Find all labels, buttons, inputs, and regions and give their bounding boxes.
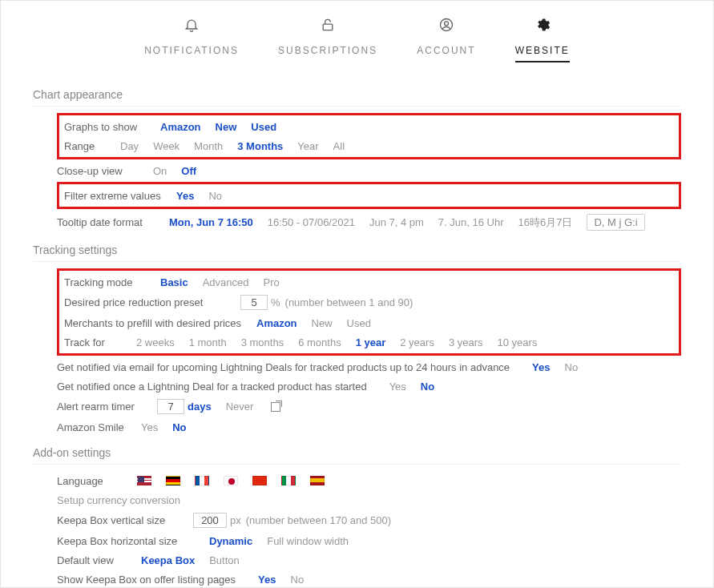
opt-offer-yes[interactable]: Yes [258,574,276,586]
opt-mode-basic[interactable]: Basic [160,276,188,288]
flag-it-icon[interactable] [281,476,296,485]
opt-merch-amazon[interactable]: Amazon [256,317,297,329]
row-tooltip-format: Tooltip date format Mon, Jun 7 16:50 16:… [57,211,681,234]
opt-tf-6m[interactable]: 6 months [298,336,341,348]
divider [33,106,681,107]
opt-tt-2[interactable]: 16:50 - 07/06/2021 [268,216,355,228]
row-smile: Amazon Smile Yes No [57,417,681,437]
label-currency[interactable]: Setup currency conversion [57,494,201,506]
opt-hsize-dynamic[interactable]: Dynamic [209,535,252,547]
flag-fr-icon[interactable] [195,476,209,485]
row-graphs-to-show: Graphs to show Amazon New Used [64,117,674,136]
label-notify-upcoming: Get notified via email for upcoming Ligh… [57,361,510,373]
flag-jp-icon[interactable] [224,476,238,485]
unlock-icon [320,17,336,37]
tab-label: SUBSCRIPTIONS [278,45,377,56]
opt-notify-st-no[interactable]: No [421,381,434,393]
highlight-box-graphs-range: Graphs to show Amazon New Used Range Day… [57,113,681,159]
label-show-offer: Show Keepa Box on offer listing pages [57,574,236,586]
external-link-icon[interactable] [271,402,280,412]
opt-merch-new[interactable]: New [312,317,333,329]
opt-notify-st-yes[interactable]: Yes [389,381,406,393]
opt-tt-4[interactable]: 7. Jun, 16 Uhr [438,216,504,228]
tab-notifications[interactable]: NOTIFICATIONS [144,17,239,62]
opt-mode-pro[interactable]: Pro [264,276,280,288]
section-chart-appearance: Chart appearance [33,88,681,101]
opt-range-day[interactable]: Day [120,140,139,152]
opt-notify-up-no[interactable]: No [565,361,579,373]
opt-tf-1y[interactable]: 1 year [356,336,386,348]
opt-range-month[interactable]: Month [194,140,223,152]
label-closeup: Close-up view [57,165,153,177]
opt-graphs-amazon[interactable]: Amazon [160,121,201,133]
opt-dv-keepabox[interactable]: Keepa Box [141,554,195,566]
label-dpr: Desired price reduction preset [64,296,240,308]
flag-cn-icon[interactable] [252,476,267,485]
bell-icon [184,17,200,37]
opt-tt-custom[interactable]: D, M j G:i [587,214,644,231]
opt-offer-no[interactable]: No [291,574,305,586]
opt-smile-yes[interactable]: Yes [141,421,158,433]
section-tracking-settings: Tracking settings [33,244,681,256]
row-dpr: Desired price reduction preset % (number… [64,292,674,313]
section-addon-settings: Add-on settings [33,446,681,459]
opt-range-all[interactable]: All [333,140,345,152]
label-notify-started: Get notified once a Lightning Deal for a… [57,381,367,393]
row-tracking-mode: Tracking mode Basic Advanced Pro [64,272,674,292]
label-language: Language [57,475,137,487]
tab-website[interactable]: WEBSITE [515,17,570,62]
input-dpr[interactable] [240,295,268,310]
opt-mode-advanced[interactable]: Advanced [203,276,249,288]
label-merchants: Merchants to prefill with desired prices [64,317,256,329]
opt-tf-1m[interactable]: 1 month [189,336,227,348]
flag-de-icon[interactable] [166,476,180,485]
opt-tf-3y[interactable]: 3 years [449,336,483,348]
row-currency[interactable]: Setup currency conversion [57,490,681,509]
label-hsize: Keepa Box horizontal size [57,535,209,547]
input-rearm[interactable] [157,399,184,414]
opt-merch-used[interactable]: Used [347,317,371,329]
row-language: Language [57,471,681,490]
row-vsize: Keepa Box vertical size px (number betwe… [57,509,681,531]
opt-range-week[interactable]: Week [153,140,180,152]
row-show-offer: Show Keepa Box on offer listing pages Ye… [57,570,681,588]
row-closeup: Close-up view On Off [57,161,681,180]
opt-notify-up-yes[interactable]: Yes [532,361,550,373]
opt-tf-10y[interactable]: 10 years [498,336,538,348]
opt-tf-2y[interactable]: 2 years [400,336,434,348]
svg-point-2 [444,22,448,26]
opt-rearm-never[interactable]: Never [226,401,254,413]
opt-smile-no[interactable]: No [172,421,186,433]
opt-range-year[interactable]: Year [297,140,318,152]
row-hsize: Keepa Box horizontal size Dynamic Full w… [57,531,681,550]
tracking-rows: Tracking mode Basic Advanced Pro Desired… [57,268,681,437]
flag-us-icon[interactable] [137,476,151,485]
unit-dpr: % [271,296,280,308]
flag-es-icon[interactable] [310,476,325,485]
opt-tf-3m[interactable]: 3 months [241,336,284,348]
tab-account[interactable]: ACCOUNT [417,17,475,62]
input-vsize[interactable] [193,513,227,528]
highlight-box-tracking: Tracking mode Basic Advanced Pro Desired… [57,268,681,356]
hint-vsize: (number between 170 and 500) [246,514,391,526]
opt-tf-2w[interactable]: 2 weeks [136,336,175,348]
row-default-view: Default view Keepa Box Button [57,550,681,570]
opt-dv-button[interactable]: Button [209,554,240,566]
opt-tt-3[interactable]: Jun 7, 4 pm [369,216,424,228]
opt-graphs-used[interactable]: Used [251,121,276,133]
row-merchants: Merchants to prefill with desired prices… [64,313,674,332]
opt-tt-5[interactable]: 16時6月7日 [518,215,573,230]
gear-icon [534,17,551,37]
opt-closeup-on[interactable]: On [153,165,167,177]
opt-tt-1[interactable]: Mon, Jun 7 16:50 [169,216,253,228]
unit-rearm[interactable]: days [188,401,212,413]
opt-filter-no[interactable]: No [208,190,222,202]
tab-subscriptions[interactable]: SUBSCRIPTIONS [278,17,377,62]
opt-filter-yes[interactable]: Yes [176,190,194,202]
opt-hsize-full[interactable]: Full window width [267,535,349,547]
tab-label: WEBSITE [515,45,570,56]
divider [33,464,681,465]
opt-range-3months[interactable]: 3 Months [237,140,283,152]
opt-graphs-new[interactable]: New [216,121,237,133]
opt-closeup-off[interactable]: Off [181,165,196,177]
